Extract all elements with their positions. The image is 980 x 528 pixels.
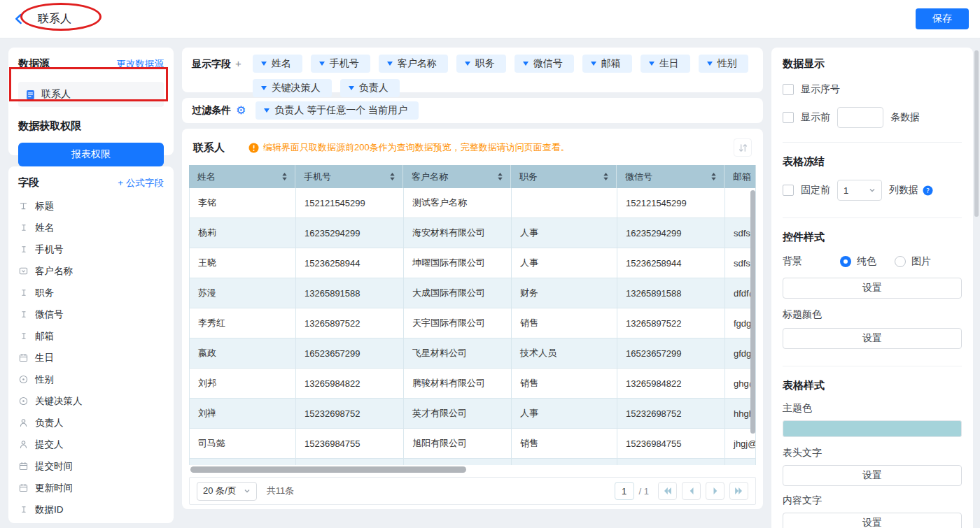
chevron-down-icon <box>261 86 267 90</box>
table-cell: 英才有限公司 <box>404 399 512 429</box>
back-icon[interactable] <box>14 11 28 27</box>
field-item[interactable]: 负责人 <box>18 412 164 434</box>
field-item[interactable]: 提交人 <box>18 434 164 455</box>
first-page-icon[interactable] <box>658 482 677 500</box>
field-item[interactable]: 客户名称 <box>18 260 164 282</box>
column-sort-icon[interactable] <box>389 172 396 181</box>
field-item[interactable]: 关键决策人 <box>18 390 164 412</box>
table-row[interactable] <box>190 459 756 465</box>
table-horizontal-scrollbar[interactable] <box>190 466 466 473</box>
display-field-chip[interactable]: 邮箱 <box>582 55 632 73</box>
column-header[interactable]: 姓名 <box>189 165 295 188</box>
show-first-prefix: 显示前 <box>801 111 830 124</box>
page-size-select[interactable]: 20 条/页 <box>197 482 257 501</box>
page-of-total: / 1 <box>639 486 649 497</box>
fields-panel: 字段 + 公式字段 标题 姓名 手机号 <box>8 166 174 523</box>
display-field-chip[interactable]: 姓名 <box>253 55 302 73</box>
column-header[interactable]: 职务 <box>511 165 617 188</box>
column-header[interactable]: 邮箱 <box>724 165 756 188</box>
show-first-checkbox[interactable] <box>783 112 794 123</box>
freeze-prefix: 固定前 <box>801 184 830 197</box>
report-permission-button[interactable]: 报表权限 <box>18 143 164 166</box>
field-item[interactable]: 性别 <box>18 369 164 390</box>
column-sort-icon[interactable] <box>281 172 288 181</box>
datasource-panel: 数据源 更改数据源 联系人 数据获取权限 报表权限 <box>8 48 174 155</box>
display-field-chip[interactable]: 微信号 <box>514 55 574 73</box>
table-row[interactable]: 苏漫13265891588大成国际有限公司财务13265891588dfdf@1 <box>190 278 756 308</box>
show-index-label: 显示序号 <box>801 83 840 96</box>
help-icon[interactable]: ? <box>923 185 933 196</box>
table-row[interactable]: 王晓15236258944坤曜国际有限公司人事15236258944sdfs@1… <box>190 248 756 278</box>
svg-text:?: ? <box>926 187 930 194</box>
add-display-field-icon[interactable]: + <box>235 57 241 69</box>
sort-order-icon[interactable] <box>734 138 752 157</box>
next-page-icon[interactable] <box>706 482 724 500</box>
table-vertical-scrollbar[interactable] <box>750 190 755 434</box>
column-sort-icon[interactable] <box>497 172 503 181</box>
table-row[interactable]: 李铭152121545299测试客户名称152121545299 <box>190 188 756 218</box>
chevron-down-icon <box>523 62 528 66</box>
person-icon <box>18 418 29 427</box>
page-title: 联系人 <box>38 12 71 27</box>
gear-icon[interactable]: ⚙ <box>236 105 246 116</box>
table-cell: 李秀红 <box>190 308 296 338</box>
theme-color-swatch[interactable] <box>783 420 962 437</box>
field-item[interactable]: 职务 <box>18 282 164 304</box>
field-item[interactable]: 数据ID <box>18 499 164 520</box>
datasource-item-contacts[interactable]: 联系人 <box>18 82 164 107</box>
field-item[interactable]: 更新时间 <box>18 477 164 499</box>
freeze-count-select[interactable]: 1 <box>837 180 882 201</box>
show-first-count-input[interactable] <box>837 107 883 128</box>
show-index-checkbox[interactable] <box>783 84 794 95</box>
filter-chip[interactable]: 负责人 等于任意一个 当前用户 <box>255 101 419 120</box>
display-field-chip[interactable]: 负责人 <box>340 79 400 97</box>
field-item-label: 更新时间 <box>35 482 73 494</box>
column-header[interactable]: 手机号 <box>295 165 403 188</box>
theme-color-label: 主题色 <box>783 402 962 415</box>
table-row[interactable]: 杨莉16235294299海安材料有限公司人事16235294299sdfsd@ <box>190 218 756 248</box>
header-text-set-button[interactable]: 设置 <box>783 465 962 486</box>
settings-panel-scrollbar[interactable] <box>974 50 979 217</box>
display-field-chip[interactable]: 职务 <box>456 55 506 73</box>
display-field-chip[interactable]: 手机号 <box>311 55 370 73</box>
freeze-checkbox[interactable] <box>783 185 794 196</box>
column-header[interactable]: 微信号 <box>617 165 724 188</box>
current-page-input[interactable]: 1 <box>615 482 634 500</box>
save-button[interactable]: 保存 <box>916 8 969 29</box>
display-field-chip[interactable]: 关键决策人 <box>253 79 332 97</box>
prev-page-icon[interactable] <box>682 482 701 500</box>
title-color-set-button[interactable]: 设置 <box>783 328 962 349</box>
table-row[interactable]: 嬴政16523657299飞星材料公司技术人员16523657299gfdg@1 <box>190 338 756 369</box>
image-radio[interactable] <box>895 256 906 267</box>
table-row[interactable]: 刘禅15232698752英才有限公司人事15232698752hhgh@ <box>190 399 756 429</box>
field-item[interactable]: 微信号 <box>18 304 164 325</box>
field-item[interactable]: 提交时间 <box>18 455 164 477</box>
field-item[interactable]: 标题 <box>18 195 164 217</box>
table-row[interactable]: 刘邦13265984822腾骏材料有限公司销售13265984822ghg@16 <box>190 369 756 399</box>
table-cell <box>725 459 756 465</box>
column-header[interactable]: 客户名称 <box>403 165 511 188</box>
field-item[interactable]: 生日 <box>18 347 164 369</box>
background-set-button[interactable]: 设置 <box>783 278 962 299</box>
field-item[interactable]: 姓名 <box>18 217 164 238</box>
display-field-chip[interactable]: 生日 <box>640 55 690 73</box>
add-formula-field-link[interactable]: + 公式字段 <box>118 177 164 190</box>
column-sort-icon[interactable] <box>710 172 717 181</box>
column-sort-icon[interactable] <box>603 172 609 181</box>
content-text-set-button[interactable]: 设置 <box>783 513 962 528</box>
table-cell: 15232698752 <box>617 399 725 429</box>
solid-color-radio[interactable] <box>840 256 851 267</box>
datasource-item-label: 联系人 <box>41 88 71 101</box>
field-item[interactable]: 邮箱 <box>18 325 164 347</box>
table-row[interactable]: 司马懿15236984755旭阳有限公司销售15236984755jhgj@16 <box>190 429 756 459</box>
table-cell: 人事 <box>512 218 617 248</box>
display-field-chip[interactable]: 客户名称 <box>379 55 448 73</box>
display-field-chip[interactable]: 性别 <box>699 55 748 73</box>
table-row[interactable]: 李秀红13265897522天宇国际有限公司销售13265897522fgdgf… <box>190 308 756 338</box>
field-item-label: 客户名称 <box>35 265 73 278</box>
last-page-icon[interactable] <box>729 482 748 500</box>
field-item[interactable]: 手机号 <box>18 238 164 260</box>
solid-color-label: 纯色 <box>857 255 876 268</box>
change-datasource-link[interactable]: 更改数据源 <box>117 58 164 71</box>
column-header-label: 姓名 <box>197 171 216 183</box>
